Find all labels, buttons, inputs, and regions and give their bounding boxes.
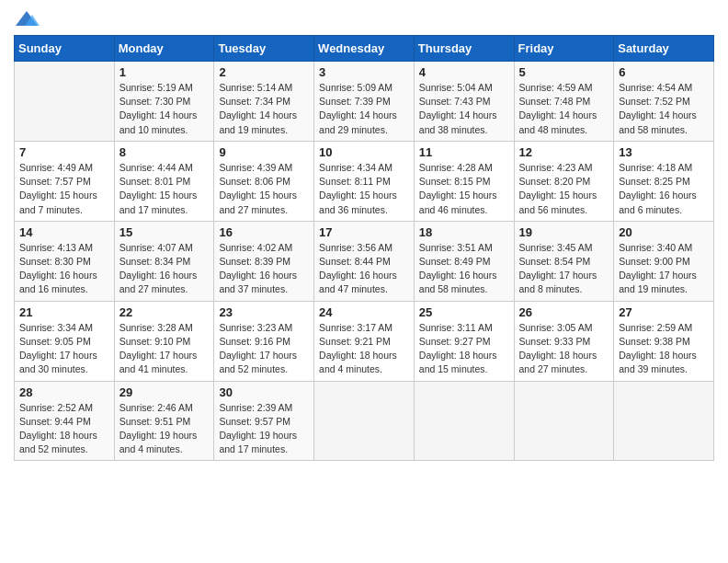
calendar-cell: 3Sunrise: 5:09 AM Sunset: 7:39 PM Daylig… [314,62,415,142]
day-info: Sunrise: 3:45 AM Sunset: 8:54 PM Dayligh… [519,241,609,297]
calendar-cell: 24Sunrise: 3:17 AM Sunset: 9:21 PM Dayli… [314,301,415,381]
calendar-cell: 28Sunrise: 2:52 AM Sunset: 9:44 PM Dayli… [15,381,115,461]
day-info: Sunrise: 3:56 AM Sunset: 8:44 PM Dayligh… [319,241,409,297]
calendar-cell [414,381,514,461]
day-number: 6 [619,65,709,79]
calendar-cell: 22Sunrise: 3:28 AM Sunset: 9:10 PM Dayli… [114,301,214,381]
day-number: 26 [519,305,609,319]
day-info: Sunrise: 5:04 AM Sunset: 7:43 PM Dayligh… [419,81,509,137]
calendar-cell: 12Sunrise: 4:23 AM Sunset: 8:20 PM Dayli… [514,141,614,221]
logo [14,9,43,29]
column-header-wednesday: Wednesday [314,36,415,62]
calendar-cell: 15Sunrise: 4:07 AM Sunset: 8:34 PM Dayli… [114,221,214,301]
column-header-friday: Friday [514,36,614,62]
day-number: 20 [619,225,709,239]
day-number: 22 [119,305,210,319]
calendar-cell: 10Sunrise: 4:34 AM Sunset: 8:11 PM Dayli… [314,141,415,221]
day-number: 29 [119,385,210,399]
day-info: Sunrise: 4:49 AM Sunset: 7:57 PM Dayligh… [19,161,109,217]
day-number: 27 [619,305,709,319]
day-info: Sunrise: 3:11 AM Sunset: 9:27 PM Dayligh… [419,321,509,377]
day-info: Sunrise: 4:07 AM Sunset: 8:34 PM Dayligh… [119,241,210,297]
day-info: Sunrise: 3:05 AM Sunset: 9:33 PM Dayligh… [519,321,609,377]
day-number: 2 [219,65,309,79]
day-number: 18 [419,225,509,239]
day-number: 14 [19,225,109,239]
day-number: 5 [519,65,609,79]
calendar-cell [614,381,714,461]
day-info: Sunrise: 4:28 AM Sunset: 8:15 PM Dayligh… [419,161,509,217]
day-number: 24 [319,305,409,319]
calendar-cell: 29Sunrise: 2:46 AM Sunset: 9:51 PM Dayli… [114,381,214,461]
day-number: 16 [219,225,309,239]
day-info: Sunrise: 4:39 AM Sunset: 8:06 PM Dayligh… [219,161,309,217]
calendar-cell: 7Sunrise: 4:49 AM Sunset: 7:57 PM Daylig… [15,141,115,221]
day-info: Sunrise: 2:52 AM Sunset: 9:44 PM Dayligh… [19,401,109,457]
day-number: 23 [219,305,309,319]
day-number: 7 [19,145,109,159]
day-info: Sunrise: 2:46 AM Sunset: 9:51 PM Dayligh… [119,401,210,457]
calendar-cell: 19Sunrise: 3:45 AM Sunset: 8:54 PM Dayli… [514,221,614,301]
column-header-saturday: Saturday [614,36,714,62]
day-info: Sunrise: 4:13 AM Sunset: 8:30 PM Dayligh… [19,241,109,297]
calendar-cell: 20Sunrise: 3:40 AM Sunset: 9:00 PM Dayli… [614,221,714,301]
calendar-cell [514,381,614,461]
day-number: 10 [319,145,409,159]
column-header-tuesday: Tuesday [214,36,314,62]
day-info: Sunrise: 2:39 AM Sunset: 9:57 PM Dayligh… [219,401,309,457]
calendar-cell: 30Sunrise: 2:39 AM Sunset: 9:57 PM Dayli… [214,381,314,461]
day-number: 19 [519,225,609,239]
day-info: Sunrise: 2:59 AM Sunset: 9:38 PM Dayligh… [619,321,709,377]
day-number: 30 [219,385,309,399]
calendar-cell: 17Sunrise: 3:56 AM Sunset: 8:44 PM Dayli… [314,221,415,301]
day-number: 28 [19,385,109,399]
day-info: Sunrise: 4:54 AM Sunset: 7:52 PM Dayligh… [619,81,709,137]
day-info: Sunrise: 5:14 AM Sunset: 7:34 PM Dayligh… [219,81,309,137]
day-info: Sunrise: 3:40 AM Sunset: 9:00 PM Dayligh… [619,241,709,297]
day-info: Sunrise: 4:23 AM Sunset: 8:20 PM Dayligh… [519,161,609,217]
day-info: Sunrise: 5:09 AM Sunset: 7:39 PM Dayligh… [319,81,409,137]
day-info: Sunrise: 4:34 AM Sunset: 8:11 PM Dayligh… [319,161,409,217]
calendar-cell: 18Sunrise: 3:51 AM Sunset: 8:49 PM Dayli… [414,221,514,301]
day-number: 11 [419,145,509,159]
calendar-cell: 26Sunrise: 3:05 AM Sunset: 9:33 PM Dayli… [514,301,614,381]
day-number: 12 [519,145,609,159]
day-number: 4 [419,65,509,79]
logo-icon [14,9,40,29]
day-number: 9 [219,145,309,159]
calendar-cell: 5Sunrise: 4:59 AM Sunset: 7:48 PM Daylig… [514,62,614,142]
day-info: Sunrise: 5:19 AM Sunset: 7:30 PM Dayligh… [119,81,210,137]
day-info: Sunrise: 3:28 AM Sunset: 9:10 PM Dayligh… [119,321,210,377]
calendar-cell [15,62,115,142]
calendar-cell: 6Sunrise: 4:54 AM Sunset: 7:52 PM Daylig… [614,62,714,142]
page-header [14,9,714,29]
day-info: Sunrise: 4:44 AM Sunset: 8:01 PM Dayligh… [119,161,210,217]
calendar-cell: 23Sunrise: 3:23 AM Sunset: 9:16 PM Dayli… [214,301,314,381]
day-number: 17 [319,225,409,239]
calendar-cell: 16Sunrise: 4:02 AM Sunset: 8:39 PM Dayli… [214,221,314,301]
day-number: 21 [19,305,109,319]
day-info: Sunrise: 3:23 AM Sunset: 9:16 PM Dayligh… [219,321,309,377]
day-number: 8 [119,145,210,159]
day-info: Sunrise: 4:02 AM Sunset: 8:39 PM Dayligh… [219,241,309,297]
day-number: 25 [419,305,509,319]
day-info: Sunrise: 3:51 AM Sunset: 8:49 PM Dayligh… [419,241,509,297]
calendar-cell [314,381,415,461]
day-info: Sunrise: 4:18 AM Sunset: 8:25 PM Dayligh… [619,161,709,217]
column-header-thursday: Thursday [414,36,514,62]
day-number: 13 [619,145,709,159]
calendar-cell: 2Sunrise: 5:14 AM Sunset: 7:34 PM Daylig… [214,62,314,142]
calendar-cell: 11Sunrise: 4:28 AM Sunset: 8:15 PM Dayli… [414,141,514,221]
day-number: 15 [119,225,210,239]
day-info: Sunrise: 3:17 AM Sunset: 9:21 PM Dayligh… [319,321,409,377]
calendar-cell: 25Sunrise: 3:11 AM Sunset: 9:27 PM Dayli… [414,301,514,381]
day-info: Sunrise: 3:34 AM Sunset: 9:05 PM Dayligh… [19,321,109,377]
day-info: Sunrise: 4:59 AM Sunset: 7:48 PM Dayligh… [519,81,609,137]
day-number: 1 [119,65,210,79]
calendar-cell: 13Sunrise: 4:18 AM Sunset: 8:25 PM Dayli… [614,141,714,221]
calendar-table: SundayMondayTuesdayWednesdayThursdayFrid… [14,35,714,461]
column-header-monday: Monday [114,36,214,62]
column-header-sunday: Sunday [15,36,115,62]
calendar-cell: 8Sunrise: 4:44 AM Sunset: 8:01 PM Daylig… [114,141,214,221]
calendar-cell: 21Sunrise: 3:34 AM Sunset: 9:05 PM Dayli… [15,301,115,381]
